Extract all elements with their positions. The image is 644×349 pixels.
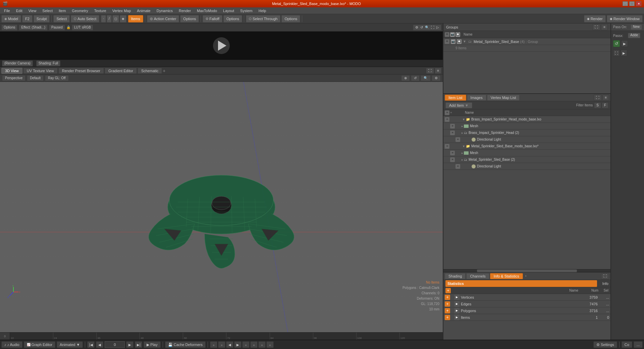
auto-select-btn[interactable]: ⬡ Auto Select — [71, 15, 99, 22]
transport-start-btn[interactable]: |◀ — [87, 341, 95, 348]
list-item[interactable]: 👁 ▼ 📁 Metal_Sprinkler_Sled_Base_modo_bas… — [443, 143, 610, 150]
ray-gl-btn[interactable]: Ray GL: Off — [45, 75, 69, 81]
eye-icon[interactable]: 👁 — [445, 39, 449, 44]
menu-view[interactable]: View — [26, 8, 39, 13]
itemlist-expand-btn[interactable]: ⛶ — [594, 95, 602, 101]
il-item-name[interactable]: Metal_Sprinkler_Sled_Base (2) — [469, 158, 609, 161]
menu-maxtomodo[interactable]: MaxToModo — [194, 8, 220, 13]
tab-3d-view[interactable]: 3D View — [1, 68, 22, 74]
preview-icons[interactable]: ⚙↺🔍⛶▷ — [413, 24, 441, 31]
viewport-menu-btn[interactable]: ≡ — [435, 68, 441, 74]
il-arrow-icon[interactable]: ▸ — [462, 158, 463, 161]
stats-add-tab-btn[interactable]: + — [524, 274, 528, 278]
options2-btn[interactable]: Options — [223, 15, 242, 22]
minimize-btn[interactable]: _ — [623, 1, 628, 6]
filter-s-btn[interactable]: S — [594, 102, 601, 108]
transport-play-btn[interactable]: ▶ — [126, 341, 133, 348]
tab-render-preset[interactable]: Render Preset Browser — [58, 68, 104, 74]
play-button[interactable] — [213, 37, 230, 54]
stats-add-polygons-btn[interactable]: + — [445, 308, 450, 313]
extra-btn-6[interactable]: ⬦ — [250, 341, 258, 348]
il-eye-icon[interactable]: 👁 — [450, 157, 455, 162]
stats-row-polygons[interactable]: + ▶ Polygons 3716 ... — [443, 307, 610, 314]
model-mode-btn[interactable]: ◉ Model — [1, 15, 21, 22]
menu-vertexmap[interactable]: Vertex Map — [110, 8, 134, 13]
menu-system[interactable]: System — [237, 8, 255, 13]
render-icon[interactable]: 🔲 — [457, 39, 462, 44]
stats-row-edges[interactable]: + ▶ Edges 7476 ... — [443, 301, 610, 307]
viewport-3d[interactable]: X Y Z No Items Polygons : Catmull-Clark … — [0, 82, 443, 332]
tab-vertex-map[interactable]: Vertex Map List — [487, 95, 520, 101]
menu-dynamics[interactable]: Dynamics — [154, 8, 175, 13]
vp-rotate-btn[interactable]: ↺ — [411, 75, 420, 81]
viewport-expand-btn[interactable]: ⛶ — [426, 68, 434, 74]
tab-add-btn[interactable]: + — [163, 68, 165, 73]
co-btn[interactable]: Co — [622, 341, 632, 348]
graph-editor-btn[interactable]: 📈 Graph Editor — [24, 341, 55, 348]
menu-texture[interactable]: Texture — [92, 8, 109, 13]
il-item-name[interactable]: Mesh — [470, 151, 609, 155]
timeline-track[interactable]: 10 24 36 48 60 — [10, 333, 443, 340]
il-eye-icon[interactable]: 👁 — [445, 144, 449, 149]
add-item-btn[interactable]: Add Item ▼ — [445, 102, 472, 108]
menu-item[interactable]: Item — [56, 8, 68, 13]
tab-channels[interactable]: Channels — [466, 273, 489, 279]
list-item[interactable]: 👁 Directional Light — [443, 163, 610, 170]
far-right-new-btn[interactable]: New — [631, 24, 642, 30]
tab-uv-texture[interactable]: UV Texture View — [23, 68, 58, 74]
cam-icon[interactable]: 📷 — [451, 39, 455, 44]
preview-effect-btn[interactable]: Effect: (Shadi...) — [19, 24, 48, 31]
tab-gradient-editor[interactable]: Gradient Editor — [105, 68, 137, 74]
expand-right-btn[interactable]: ▶ — [621, 50, 627, 56]
expand-left-btn[interactable]: ⛶ — [613, 50, 620, 56]
stats-add-edges-btn[interactable]: + — [445, 301, 450, 307]
il-eye-icon[interactable]: 👁 — [455, 137, 460, 142]
pass-adde-btn[interactable]: Adde — [628, 33, 640, 38]
il-arrow-icon[interactable]: ▼ — [462, 118, 465, 121]
stats-expand-polygons-btn[interactable]: ▶ — [454, 308, 460, 313]
action-center-btn[interactable]: ◎ Action Center — [147, 15, 179, 22]
il-eye-icon[interactable]: 👁 — [445, 117, 449, 122]
render-window-btn[interactable]: ◉ Render Window — [607, 15, 643, 22]
play-btn[interactable]: ▶ Play — [144, 341, 160, 348]
arrow-right-btn[interactable]: ▶ — [621, 40, 628, 47]
stats-row-vertices[interactable]: + ▶ Vertices 3759 ... — [443, 294, 610, 301]
settings-btn[interactable]: ⚙ Settings — [593, 341, 617, 348]
menu-geometry[interactable]: Geometry — [69, 8, 91, 13]
stats-add-vertices-btn[interactable]: + — [445, 295, 450, 300]
list-item[interactable]: 👁 ▸ 🗂 Metal_Sprinkler_Sled_Base (2) — [443, 156, 610, 163]
il-eye-icon[interactable]: 👁 — [450, 151, 455, 155]
frame-input[interactable]: 0 — [105, 341, 125, 348]
preview-paused-btn[interactable]: Paused — [49, 24, 65, 31]
list-item[interactable]: 👁 Directional Light — [443, 136, 610, 143]
items-btn[interactable]: Items — [128, 15, 143, 22]
vert-mode-btn[interactable]: · — [101, 15, 106, 22]
stats-add-btn[interactable]: + — [445, 288, 451, 293]
sculpt-btn[interactable]: Sculpt — [34, 15, 50, 22]
menu-render[interactable]: Render — [176, 8, 194, 13]
f2-btn[interactable]: F2 — [22, 15, 33, 22]
stats-expand-vertices-btn[interactable]: ▶ — [454, 295, 460, 300]
menu-select[interactable]: Select — [40, 8, 55, 13]
extra-btn-1[interactable]: ⬦ — [210, 341, 217, 348]
il-item-name[interactable]: Brass_Impact_Sprinkler_Head (2) — [469, 131, 609, 135]
group-sub-item[interactable]: 9 Items — [443, 45, 610, 52]
preview-lut-btn[interactable]: LUT: sRGB — [72, 24, 93, 31]
stats-add-items-btn[interactable]: + — [445, 315, 450, 320]
menu-help[interactable]: Help — [256, 8, 269, 13]
vp-center-btn[interactable]: ⊕ — [401, 75, 410, 81]
dots-btn[interactable]: ... — [634, 341, 643, 348]
menu-file[interactable]: File — [1, 8, 13, 13]
options-btn[interactable]: Options — [180, 15, 199, 22]
il-arrow-icon[interactable]: ▸ — [462, 131, 463, 135]
transport-next-btn[interactable]: ▶| — [135, 341, 142, 348]
il-arrow-icon[interactable]: ▼ — [462, 145, 465, 148]
list-item[interactable]: 👁 ▸ Mesh — [443, 150, 610, 156]
extra-btn-5[interactable]: ⬦ — [242, 341, 250, 348]
refresh-btn[interactable]: ↺ — [613, 40, 620, 47]
audio-btn[interactable]: ♪ ♪ Audio — [1, 341, 22, 348]
itemlist-content[interactable]: 👁 ▼ 📁 Brass_Impact_Sprinkler_Head_modo_b… — [443, 116, 610, 269]
extra-btn-4[interactable]: ▶ — [234, 341, 241, 348]
render-camera-btn[interactable]: (Render Camera) — [2, 60, 33, 66]
group-item-main[interactable]: 👁 📷 🔲 ▼ 🗂 Metal_Sprinkler_Sled_Base (4) … — [443, 38, 610, 45]
